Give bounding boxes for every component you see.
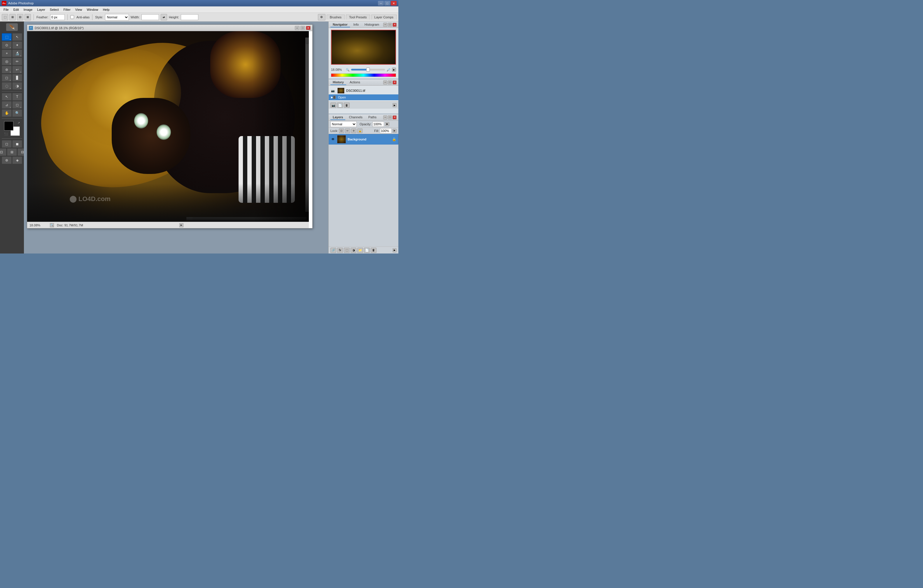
- info-tab[interactable]: Info: [351, 22, 361, 28]
- menu-edit[interactable]: Edit: [11, 7, 21, 12]
- fill-arrow-btn[interactable]: ▶: [393, 129, 397, 133]
- doc-close-btn[interactable]: ✕: [306, 26, 310, 30]
- channels-tab[interactable]: Channels: [347, 115, 365, 120]
- nav-zoom-slider[interactable]: [351, 69, 385, 70]
- menu-layer[interactable]: Layer: [35, 7, 48, 12]
- path-select-btn[interactable]: ↖: [2, 93, 11, 100]
- nav-zoom-out-icon[interactable]: 🔍: [346, 68, 349, 71]
- close-button[interactable]: ✕: [391, 1, 397, 5]
- layers-close-btn[interactable]: ✕: [393, 115, 397, 120]
- healing-brush-btn[interactable]: ◎▸: [2, 58, 11, 65]
- history-tab[interactable]: History: [330, 80, 346, 85]
- histogram-tab[interactable]: Histogram: [362, 22, 381, 28]
- swap-dimensions-btn[interactable]: ⇄: [161, 14, 167, 20]
- layers-minimize-btn[interactable]: ─: [383, 115, 387, 120]
- new-group-btn[interactable]: 📁: [357, 248, 363, 253]
- menu-filter[interactable]: Filter: [61, 7, 72, 12]
- layer-background-row[interactable]: 👁 Background 🔒: [328, 134, 398, 144]
- antialias-checkbox[interactable]: [70, 15, 74, 19]
- marquee-tool-btn[interactable]: ⬚▸: [2, 33, 11, 41]
- new-snapshot-btn[interactable]: 📷: [330, 103, 336, 108]
- magic-wand-btn[interactable]: ✦: [12, 41, 22, 49]
- menu-file[interactable]: File: [1, 7, 11, 12]
- layer-mask-btn[interactable]: ⬚: [344, 248, 350, 253]
- blend-mode-select[interactable]: Normal Multiply Screen Overlay: [330, 121, 356, 127]
- dodge-btn[interactable]: ◑▸: [12, 82, 22, 90]
- minimize-button[interactable]: ─: [378, 1, 384, 5]
- fill-input[interactable]: [380, 128, 392, 133]
- navigator-minimize-btn[interactable]: ─: [383, 23, 387, 27]
- extra-btn-2[interactable]: ◈: [12, 156, 22, 164]
- new-selection-btn[interactable]: ⬚: [2, 14, 8, 20]
- lasso-tool-btn[interactable]: ⊙▸: [2, 41, 11, 49]
- eyedropper-btn[interactable]: 🔬▸: [12, 49, 22, 57]
- lock-position-btn[interactable]: ✛: [351, 128, 356, 133]
- tool-presets-tab[interactable]: Tool Presets: [346, 15, 370, 20]
- nav-zoom-in-icon[interactable]: 🔎: [387, 68, 390, 71]
- zoom-status-btn[interactable]: 🔍: [50, 223, 54, 227]
- hand-tool-btn[interactable]: ✋: [2, 109, 11, 117]
- height-input[interactable]: [181, 14, 198, 20]
- lock-image-btn[interactable]: ✏: [345, 128, 350, 133]
- image-canvas[interactable]: ⬤ LO4D.com: [27, 31, 309, 222]
- menu-image[interactable]: Image: [21, 7, 35, 12]
- navigator-maximize-btn[interactable]: □: [388, 23, 392, 27]
- navigator-close-btn[interactable]: ✕: [393, 23, 397, 27]
- layer-adj-btn[interactable]: ◑: [351, 248, 356, 253]
- history-open-item[interactable]: ▶ Open: [328, 94, 398, 100]
- eraser-btn[interactable]: ◻▸: [2, 74, 11, 82]
- layers-panel-menu-btn[interactable]: ▶: [393, 248, 397, 252]
- subtract-selection-btn[interactable]: ⊟: [17, 14, 23, 20]
- paths-tab[interactable]: Paths: [366, 115, 379, 120]
- history-minimize-btn[interactable]: ─: [383, 80, 387, 85]
- opacity-input[interactable]: [373, 121, 384, 127]
- nav-panel-menu-btn[interactable]: ▶: [392, 67, 396, 72]
- intersect-selection-btn[interactable]: ⊠: [25, 14, 31, 20]
- width-input[interactable]: [141, 14, 159, 20]
- layer-style-btn[interactable]: fx: [337, 248, 343, 253]
- maximize-button[interactable]: □: [384, 1, 390, 5]
- opacity-arrow-btn[interactable]: ▶: [385, 122, 389, 126]
- doc-minimize-btn[interactable]: ─: [295, 26, 299, 30]
- brush-tool-btn[interactable]: ✏: [12, 58, 22, 65]
- reset-colors-btn[interactable]: ⬛: [4, 133, 8, 136]
- doc-maximize-btn[interactable]: □: [301, 26, 305, 30]
- lock-all-btn[interactable]: 🔒: [357, 128, 363, 133]
- nav-zoom-handle[interactable]: [366, 67, 370, 72]
- nav-forward-btn[interactable]: ▶: [179, 223, 184, 227]
- history-panel-menu-btn[interactable]: ▶: [393, 103, 397, 107]
- menu-view[interactable]: View: [73, 7, 85, 12]
- navigator-tab[interactable]: Navigator: [330, 22, 350, 28]
- history-snapshot-item[interactable]: 📷 DSC00011.tif: [328, 87, 398, 94]
- navigator-thumbnail[interactable]: [331, 30, 396, 65]
- stamp-tool-btn[interactable]: ⊛▸: [2, 66, 11, 74]
- quick-mask-btn[interactable]: ◼: [12, 140, 22, 148]
- delete-layer-btn[interactable]: 🗑: [371, 248, 376, 253]
- layers-tab[interactable]: Layers: [330, 115, 345, 120]
- zoom-tool-btn[interactable]: 🔍: [12, 109, 22, 117]
- screen-mode-2-btn[interactable]: ⊞: [7, 148, 17, 156]
- panel-settings-btn[interactable]: ⚙: [318, 14, 325, 20]
- type-tool-btn[interactable]: T: [12, 93, 22, 100]
- shape-tool-btn[interactable]: ◻▸: [12, 101, 22, 109]
- lock-transparent-btn[interactable]: ⊡: [339, 128, 344, 133]
- actions-tab[interactable]: Actions: [347, 80, 363, 85]
- layer-link-btn[interactable]: 🔗: [330, 248, 336, 253]
- menu-window[interactable]: Window: [85, 7, 100, 12]
- history-maximize-btn[interactable]: □: [388, 80, 392, 85]
- history-close-btn[interactable]: ✕: [393, 80, 397, 85]
- crop-tool-btn[interactable]: ⌖: [2, 49, 11, 57]
- menu-select[interactable]: Select: [48, 7, 61, 12]
- extra-btn-1[interactable]: ⊛: [2, 156, 11, 164]
- swap-colors-btn[interactable]: ↗: [18, 121, 20, 124]
- layers-maximize-btn[interactable]: □: [388, 115, 392, 120]
- standard-mode-btn[interactable]: ◻: [2, 140, 11, 148]
- gradient-btn[interactable]: ▊: [12, 74, 22, 82]
- color-bar[interactable]: [331, 74, 396, 77]
- move-tool-btn[interactable]: ↖: [12, 33, 22, 41]
- new-layer-btn[interactable]: 📄: [364, 248, 370, 253]
- pen-tool-btn[interactable]: ⊿▸: [2, 101, 11, 109]
- brushes-tab[interactable]: Brushes: [327, 15, 345, 20]
- layer-visibility-toggle[interactable]: 👁: [331, 137, 335, 142]
- foreground-color-swatch[interactable]: [4, 121, 13, 131]
